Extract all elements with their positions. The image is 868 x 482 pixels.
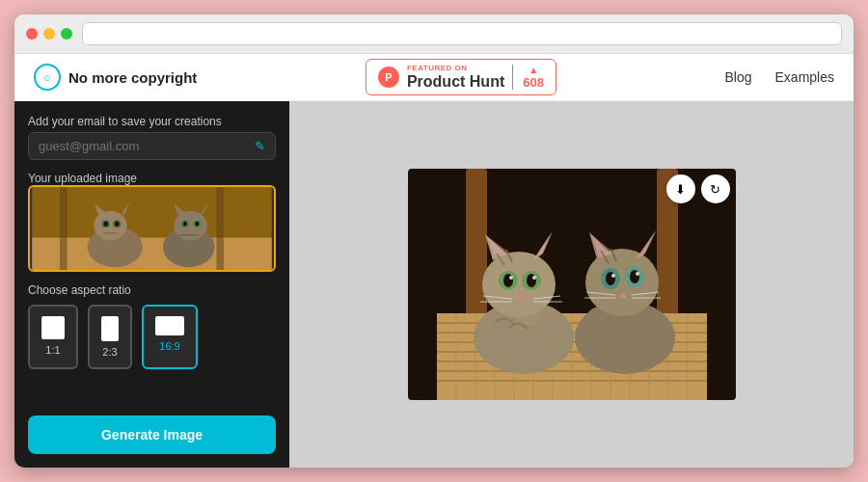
traffic-light-red[interactable] — [26, 28, 38, 40]
aspect-ratio-section: Choose aspect ratio 1:1 2:3 16:9 — [28, 283, 276, 369]
sidebar: Add your email to save your creations ✎ … — [14, 101, 289, 468]
navbar: ○ No more copyright P FEATURED ON Produc… — [14, 54, 854, 101]
main-content: ⬇ ↻ — [289, 101, 854, 468]
edit-icon[interactable]: ✎ — [255, 139, 265, 153]
svg-point-13 — [174, 211, 206, 241]
traffic-light-yellow[interactable] — [43, 28, 55, 40]
svg-rect-3 — [216, 187, 224, 270]
traffic-light-green[interactable] — [61, 28, 72, 40]
download-icon: ⬇ — [675, 182, 686, 197]
svg-point-80 — [636, 272, 639, 276]
generated-image-container: ⬇ ↻ — [408, 169, 736, 400]
nav-links: Blog Examples — [725, 69, 835, 85]
product-hunt-logo: P — [378, 67, 399, 88]
refresh-icon: ↻ — [710, 182, 720, 197]
email-label: Add your email to save your creations — [28, 115, 276, 128]
svg-point-70 — [585, 249, 659, 316]
main-area: Add your email to save your creations ✎ … — [14, 101, 854, 468]
nav-logo: ○ No more copyright — [34, 64, 197, 91]
generated-image-svg — [408, 169, 736, 400]
email-input-wrapper: ✎ — [28, 132, 276, 160]
address-bar[interactable] — [82, 22, 842, 45]
uploaded-image-svg — [30, 187, 274, 270]
uploaded-label: Your uploaded image — [28, 172, 276, 185]
generate-button[interactable]: Generate Image — [28, 415, 276, 454]
product-hunt-banner[interactable]: P FEATURED ON Product Hunt ▲ 608 — [366, 59, 556, 95]
aspect-ratio-label: Choose aspect ratio — [28, 283, 276, 297]
svg-point-60 — [509, 276, 513, 280]
svg-point-11 — [115, 222, 119, 227]
uploaded-image-section: Your uploaded image — [28, 172, 276, 272]
svg-point-61 — [532, 276, 536, 280]
nav-link-blog[interactable]: Blog — [725, 69, 752, 85]
refresh-button[interactable]: ↻ — [701, 174, 730, 203]
download-button[interactable]: ⬇ — [666, 174, 695, 203]
svg-point-49 — [482, 252, 556, 317]
action-buttons: ⬇ ↻ — [666, 174, 730, 203]
traffic-lights — [26, 28, 72, 40]
aspect-ratio-1-1[interactable]: 1:1 — [28, 305, 78, 369]
email-section: Add your email to save your creations ✎ — [28, 115, 276, 160]
browser-chrome — [14, 14, 854, 54]
browser-window: ○ No more copyright P FEATURED ON Produc… — [14, 14, 854, 468]
browser-content: ○ No more copyright P FEATURED ON Produc… — [14, 54, 854, 468]
aspect-ratio-2-3[interactable]: 2:3 — [88, 305, 132, 369]
svg-point-5 — [94, 211, 126, 241]
app-title: No more copyright — [68, 69, 197, 86]
product-hunt-text: FEATURED ON Product Hunt — [407, 65, 504, 90]
square-icon — [41, 316, 65, 339]
portrait-icon — [101, 316, 119, 341]
product-hunt-votes: ▲ 608 — [512, 65, 544, 90]
aspect-ratio-buttons: 1:1 2:3 16:9 — [28, 305, 276, 369]
svg-point-18 — [183, 222, 187, 227]
email-input[interactable] — [39, 139, 247, 153]
svg-point-10 — [104, 222, 108, 227]
uploaded-image-box — [28, 185, 276, 272]
svg-rect-2 — [60, 187, 68, 270]
logo-icon: ○ — [34, 64, 61, 91]
svg-point-19 — [195, 222, 199, 227]
aspect-ratio-16-9[interactable]: 16:9 — [142, 305, 198, 369]
svg-rect-1 — [32, 238, 271, 270]
svg-point-79 — [611, 274, 615, 278]
generated-image — [408, 169, 736, 400]
nav-link-examples[interactable]: Examples — [775, 69, 834, 85]
landscape-icon — [155, 316, 184, 335]
